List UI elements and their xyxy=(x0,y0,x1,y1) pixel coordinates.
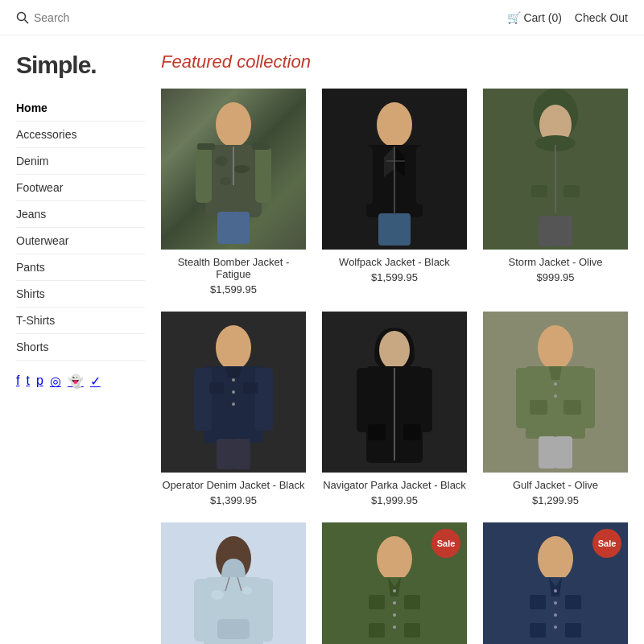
svg-rect-83 xyxy=(404,623,420,638)
sidebar-link-jeans[interactable]: Jeans xyxy=(16,208,46,221)
product-card[interactable]: Sale xyxy=(483,522,628,644)
svg-rect-39 xyxy=(255,368,273,431)
svg-point-100 xyxy=(554,625,557,629)
product-price: $1,999.95 xyxy=(322,494,467,506)
svg-rect-7 xyxy=(252,143,270,150)
product-image xyxy=(161,312,306,473)
sale-badge: Sale xyxy=(592,529,621,558)
product-image xyxy=(322,89,467,250)
svg-rect-93 xyxy=(530,595,546,609)
product-card[interactable]: Wolfpack Jacket - Black $1,599.95 xyxy=(322,89,467,295)
sidebar: Simple. Home Accessories Denim Footwear … xyxy=(16,52,145,644)
twitter-icon[interactable]: t xyxy=(26,374,29,389)
svg-point-10 xyxy=(233,165,250,173)
product-card[interactable]: Sale xyxy=(322,522,467,644)
product-card[interactable]: Operator Denim Jacket - Black $1,399.95 xyxy=(161,312,306,506)
svg-point-55 xyxy=(538,325,573,370)
svg-rect-6 xyxy=(197,143,215,150)
svg-marker-40 xyxy=(225,366,242,378)
sidebar-link-shirts[interactable]: Shirts xyxy=(16,287,45,300)
social-icons: f t p ◎ 👻 ✓ xyxy=(16,374,145,389)
snapchat-icon[interactable]: 👻 xyxy=(68,374,84,389)
product-price: $999.95 xyxy=(483,271,628,283)
svg-rect-65 xyxy=(555,436,572,469)
sidebar-item-home[interactable]: Home xyxy=(16,95,145,122)
pinterest-icon[interactable]: p xyxy=(36,374,43,389)
sidebar-link-tshirts[interactable]: T-Shirts xyxy=(16,314,55,327)
svg-rect-13 xyxy=(232,212,250,244)
product-price: $1,399.95 xyxy=(161,494,306,506)
sidebar-item-footwear[interactable]: Footwear xyxy=(16,175,145,201)
svg-point-74 xyxy=(242,587,252,595)
sidebar-item-tshirts[interactable]: T-Shirts xyxy=(16,308,145,334)
search-input[interactable] xyxy=(34,11,130,24)
svg-rect-57 xyxy=(516,368,534,428)
svg-point-11 xyxy=(220,177,231,185)
sidebar-item-jeans[interactable]: Jeans xyxy=(16,201,145,228)
sidebar-link-footwear[interactable]: Footwear xyxy=(16,181,63,194)
main-layout: Simple. Home Accessories Denim Footwear … xyxy=(0,35,644,644)
sidebar-link-home[interactable]: Home xyxy=(16,101,47,114)
vine-icon[interactable]: ✓ xyxy=(90,374,101,389)
product-card[interactable]: Navigator Parka Jacket - Black $1,999.95 xyxy=(322,312,467,506)
sidebar-item-shorts[interactable]: Shorts xyxy=(16,334,145,361)
svg-rect-34 xyxy=(539,216,556,246)
checkout-link[interactable]: Check Out xyxy=(575,11,628,24)
svg-rect-54 xyxy=(403,424,421,440)
svg-point-9 xyxy=(215,156,228,166)
svg-rect-50 xyxy=(357,368,374,432)
svg-point-62 xyxy=(554,382,557,386)
cart-label: Cart (0) xyxy=(523,11,561,24)
product-card[interactable]: Stealth Bomber Jacket - Fatigue $1,599.9… xyxy=(161,89,306,295)
svg-rect-70 xyxy=(217,619,250,639)
product-price: $1,599.95 xyxy=(322,271,467,283)
svg-rect-61 xyxy=(564,400,581,415)
sidebar-item-denim[interactable]: Denim xyxy=(16,148,145,175)
sidebar-link-shorts[interactable]: Shorts xyxy=(16,341,48,353)
sidebar-link-pants[interactable]: Pants xyxy=(16,261,45,274)
sidebar-link-denim[interactable]: Denim xyxy=(16,155,48,167)
svg-point-36 xyxy=(216,325,251,370)
svg-rect-29 xyxy=(577,145,595,205)
svg-point-99 xyxy=(554,613,557,617)
product-price: $1,599.95 xyxy=(161,283,306,295)
svg-rect-82 xyxy=(369,623,385,638)
svg-rect-17 xyxy=(357,147,373,204)
facebook-icon[interactable]: f xyxy=(16,374,19,389)
product-image xyxy=(161,522,306,644)
sidebar-item-shirts[interactable]: Shirts xyxy=(16,281,145,308)
product-name: Storm Jacket - Olive xyxy=(483,256,628,268)
sidebar-link-outerwear[interactable]: Outerwear xyxy=(16,234,68,247)
svg-point-44 xyxy=(232,390,235,394)
sidebar-link-accessories[interactable]: Accessories xyxy=(16,128,76,141)
cart-link[interactable]: 🛒 Cart (0) xyxy=(507,11,562,24)
svg-point-84 xyxy=(393,589,396,592)
header-right: 🛒 Cart (0) Check Out xyxy=(507,11,628,24)
svg-rect-28 xyxy=(516,145,534,205)
svg-rect-58 xyxy=(577,368,595,428)
svg-rect-38 xyxy=(194,368,212,431)
featured-title: Featured collection xyxy=(161,52,628,72)
sidebar-item-outerwear[interactable]: Outerwear xyxy=(16,228,145,254)
svg-rect-24 xyxy=(393,213,411,246)
svg-point-85 xyxy=(393,601,396,605)
product-card[interactable]: Gulf Jacket - Olive $1,299.95 xyxy=(483,312,628,506)
svg-point-88 xyxy=(538,536,573,581)
product-image xyxy=(483,89,628,250)
sidebar-item-pants[interactable]: Pants xyxy=(16,254,145,281)
svg-rect-47 xyxy=(233,439,250,469)
instagram-icon[interactable]: ◎ xyxy=(50,374,61,389)
sidebar-item-accessories[interactable]: Accessories xyxy=(16,122,145,148)
sidebar-nav: Home Accessories Denim Footwear Jeans Ou… xyxy=(16,95,145,361)
product-card[interactable]: Storm Jacket - Olive $999.95 xyxy=(483,89,628,295)
svg-rect-46 xyxy=(217,439,234,469)
product-name: Stealth Bomber Jacket - Fatigue xyxy=(161,256,306,280)
product-name: Wolfpack Jacket - Black xyxy=(322,256,467,268)
product-card[interactable]: Compound Denim Pullover - Acid $799.95 xyxy=(161,522,306,644)
svg-rect-32 xyxy=(531,185,547,197)
product-image xyxy=(161,89,306,250)
product-name: Gulf Jacket - Olive xyxy=(483,479,628,491)
svg-point-15 xyxy=(377,102,412,147)
svg-point-86 xyxy=(393,613,396,617)
svg-point-63 xyxy=(554,394,557,398)
